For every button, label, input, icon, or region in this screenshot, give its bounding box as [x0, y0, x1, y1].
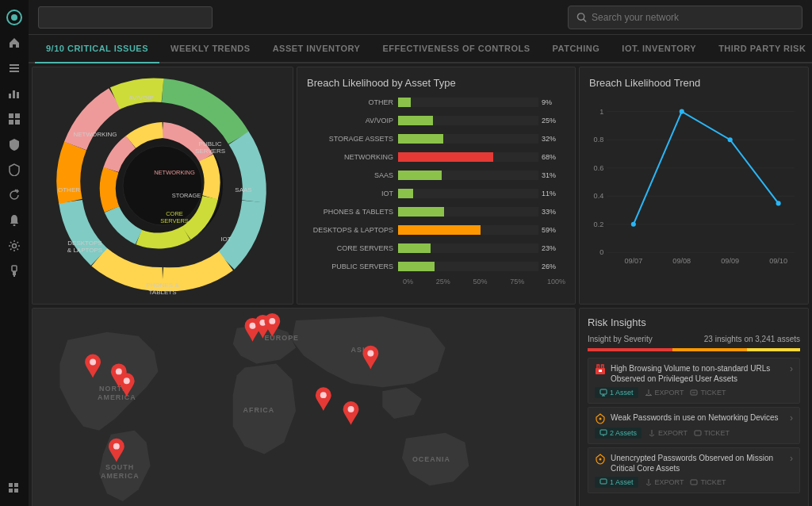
app-logo-bar — [38, 6, 213, 29]
risk-item-3-chevron[interactable]: › — [790, 453, 793, 464]
shield2-icon[interactable] — [3, 159, 25, 181]
svg-point-88 — [599, 418, 602, 420]
refresh-icon[interactable] — [3, 184, 25, 206]
risk-item-3-ticket[interactable]: TICKET — [690, 478, 726, 486]
svg-text:SERVERS: SERVERS — [195, 148, 225, 155]
shield-icon[interactable] — [3, 133, 25, 155]
tab-critical-issues[interactable]: 9/10 CRITICAL ISSUES — [35, 35, 159, 63]
svg-text:09/08: 09/08 — [672, 257, 691, 265]
bar-fill-8 — [398, 243, 431, 253]
svg-text:EUROPE: EUROPE — [264, 334, 299, 342]
grid-icon[interactable] — [3, 108, 25, 130]
bar-fill-2 — [398, 134, 443, 144]
search-input[interactable] — [592, 12, 794, 23]
apps-bottom-icon[interactable] — [3, 477, 25, 500]
gear-icon[interactable] — [3, 235, 25, 257]
svg-point-58 — [728, 137, 733, 142]
bar-row-9: PUBLIC SERVERS26% — [307, 259, 565, 274]
risk-item-2-chevron[interactable]: › — [790, 412, 793, 424]
sidebar — [0, 0, 29, 506]
risk-item-1-footer: 1 Asset EXPORT TICKET — [595, 387, 793, 398]
svg-point-24 — [123, 146, 202, 225]
bar-track-7 — [398, 225, 538, 235]
bar-label-0: OTHER — [307, 98, 398, 106]
svg-rect-6 — [13, 90, 15, 98]
tab-iot-inventory[interactable]: IOT. INVENTORY — [611, 35, 707, 63]
svg-text:CORE: CORE — [166, 210, 183, 217]
svg-rect-91 — [695, 431, 701, 435]
bar-fill-1 — [398, 116, 433, 125]
main-content: PUBLIC SERVERS SAAS IOT PHONES & TABLETS… — [29, 63, 812, 506]
tab-effectiveness[interactable]: EFFECTIVENESS OF CONTROLS — [371, 35, 541, 63]
trend-chart: 1 0.8 0.6 0.4 0.2 0 09/07 09/08 09/09 09… — [589, 95, 799, 270]
risk-seg-red — [588, 348, 672, 351]
list-icon[interactable] — [3, 57, 25, 79]
bar-chart: OTHER9%AV/VOIP25%STORAGE ASSETS32%NETWOR… — [307, 95, 565, 286]
donut-chart: PUBLIC SERVERS SAAS IOT PHONES & TABLETS… — [52, 75, 274, 297]
risk-item-2-header: Weak Passwords in use on Networking Devi… — [595, 412, 793, 424]
risk-item-1-assets[interactable]: 1 Asset — [595, 387, 638, 398]
svg-point-69 — [116, 368, 122, 374]
svg-text:NETWORKING: NETWORKING — [73, 131, 117, 138]
logo-icon[interactable] — [3, 6, 25, 29]
bar-pct-7: 59% — [542, 226, 565, 234]
bar-axis: 0%25%50%75%100% — [307, 278, 565, 286]
analytics-icon[interactable] — [3, 82, 25, 105]
bar-row-0: OTHER9% — [307, 95, 565, 109]
bar-axis-label: 50% — [473, 278, 487, 286]
svg-text:OTHER: OTHER — [58, 186, 80, 194]
svg-text:1: 1 — [599, 108, 603, 116]
risk-item-3-export[interactable]: EXPORT — [645, 478, 684, 486]
risk-count: 23 insights on 3,241 assets — [704, 335, 800, 343]
svg-rect-17 — [9, 483, 13, 487]
bar-pct-2: 32% — [542, 135, 565, 143]
svg-text:AMERICA: AMERICA — [101, 472, 140, 480]
svg-text:& LAPTOPS: & LAPTOPS — [67, 247, 102, 254]
risk-severity-label: Insight by Severity — [588, 335, 653, 343]
tab-weekly-trends[interactable]: WEEKLY TRENDS — [159, 35, 262, 63]
risk-item-3-icon — [595, 454, 606, 465]
plug-icon[interactable] — [3, 260, 25, 282]
risk-item-3: Unencrypted Passwords Observed on Missio… — [588, 447, 800, 493]
bar-label-4: SAAS — [307, 171, 398, 179]
map-panel: NORTH AMERICA SOUTH AMERICA AFRICA ASIA … — [32, 308, 576, 506]
monitor-icon — [599, 389, 607, 397]
bar-axis-label: 25% — [436, 278, 450, 286]
risk-item-2-assets[interactable]: 2 Assets — [595, 427, 642, 439]
svg-text:AFRICA: AFRICA — [243, 406, 275, 414]
risk-insights-title: Risk Insights — [588, 316, 800, 328]
risk-header: Insight by Severity 23 insights on 3,241… — [588, 335, 800, 343]
tab-patching[interactable]: PATCHING — [542, 35, 611, 63]
risk-item-2-export[interactable]: EXPORT — [648, 429, 688, 437]
svg-point-70 — [124, 378, 130, 384]
bar-label-3: NETWORKING — [307, 153, 398, 161]
svg-text:09/07: 09/07 — [624, 257, 642, 265]
risk-seg-orange — [672, 348, 747, 351]
risk-item-1-chevron[interactable]: › — [790, 363, 793, 374]
svg-point-1 — [11, 14, 17, 21]
bar-track-3 — [398, 152, 538, 162]
svg-rect-82 — [600, 389, 607, 394]
tab-asset-inventory[interactable]: ASSET INVENTORY — [262, 35, 372, 63]
svg-text:SOUTH: SOUTH — [105, 463, 134, 471]
bell-icon[interactable] — [3, 209, 25, 232]
risk-item-1-title: High Browsing Volume to non-standard URL… — [611, 363, 785, 384]
tab-third-party-risk[interactable]: THIRD PARTY RISK — [707, 35, 812, 63]
bar-label-8: CORE SERVERS — [307, 244, 398, 252]
bar-fill-0 — [398, 98, 411, 107]
svg-text:0.4: 0.4 — [594, 192, 604, 200]
bar-row-8: CORE SERVERS23% — [307, 241, 565, 255]
risk-item-1-ticket[interactable]: TICKET — [690, 389, 726, 397]
risk-item-2-footer: 2 Assets EXPORT TICKET — [595, 427, 793, 439]
bar-fill-5 — [398, 189, 413, 198]
export3-icon — [645, 478, 653, 486]
home-icon[interactable] — [3, 32, 25, 54]
search-box[interactable] — [568, 6, 802, 29]
risk-item-3-assets[interactable]: 1 Asset — [595, 477, 638, 488]
bar-axis-label: 0% — [403, 278, 413, 286]
risk-insights-panel: Risk Insights Insight by Severity 23 ins… — [579, 308, 809, 506]
svg-point-92 — [599, 458, 602, 461]
risk-item-1-export[interactable]: EXPORT — [645, 389, 684, 397]
risk-item-2-ticket[interactable]: TICKET — [694, 429, 730, 437]
risk-item-1-header: High Browsing Volume to non-standard URL… — [595, 363, 793, 384]
